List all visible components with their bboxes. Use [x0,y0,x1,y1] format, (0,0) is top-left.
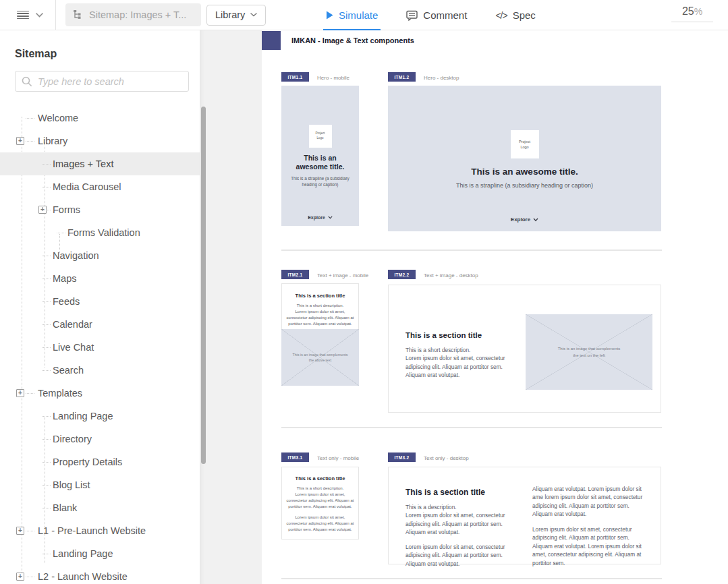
sidebar-item-templates[interactable]: +Templates [0,382,200,405]
sidebar-scrollbar[interactable] [201,107,206,464]
sidebar-item-maps[interactable]: Maps [0,267,200,290]
expand-plus-icon[interactable]: + [16,389,24,397]
wireframe-logo-placeholder: Project Logo [511,130,539,158]
tree-connector-dash [42,210,51,210]
wireframe-section-desc: This is a short description. Lorem ipsum… [405,346,524,380]
wireframe-hero-title: This is an awesome title. [471,167,578,177]
library-dropdown[interactable]: Library [206,5,266,26]
pages-menu-icon[interactable] [17,11,29,20]
design-canvas: IMKAN - Image & Text components ITM1.1 H… [262,30,728,584]
sidebar-item-feeds[interactable]: Feeds [0,290,200,313]
tab-comment[interactable]: Comment [406,0,467,30]
sidebar-item-label: Calendar [53,319,92,330]
sidebar-item-forms[interactable]: +Forms [0,198,200,221]
wireframe-hero-title: This is an awesome title. [287,154,354,171]
sitemap-tree: Welcome+LibraryImages + TextMedia Carous… [0,107,200,584]
tree-connector-dash [42,164,51,165]
tree-connector-dash [57,233,65,233]
sidebar-item-label: Search [53,365,84,376]
sidebar-item-l1-pre-launch-website[interactable]: +L1 - Pre-Launch Website [0,519,200,542]
wireframe-textonly-mobile[interactable]: This is a section title This is a short … [281,467,359,539]
canvas-gutter [200,30,262,584]
wireframe-paragraph: Aliquam erat volutpat. Lorem ipsum dolor… [532,485,648,519]
wireframe-section-title: This is a section title [282,475,358,481]
tree-connector-dash [42,462,51,463]
sitemap-icon [72,9,83,20]
search-icon [22,76,32,87]
tree-connector-dash [26,577,34,577]
wireframe-textonly-desktop[interactable]: This is a section title This is a descri… [388,467,661,564]
sidebar-item-label: Landing Page [53,411,113,421]
sidebar-item-calendar[interactable]: Calendar [0,313,200,336]
current-page-selector[interactable]: Sitemap: Images + T... [65,3,201,26]
sidebar-item-label: Library [38,136,67,146]
wireframe-explore-button[interactable]: Explore [511,216,538,223]
sidebar-item-property-details[interactable]: Property Details [0,450,200,473]
sidebar-item-images-text[interactable]: Images + Text [0,152,200,175]
wireframe-explore-button[interactable]: Explore [308,215,333,220]
mode-tabs: Simulate Comment </> Spec [326,0,536,30]
sidebar-item-navigation[interactable]: Navigation [0,244,200,267]
artboard-badge: ITM3.1 [281,452,309,462]
sidebar-title: Sitemap [15,48,57,60]
artboard-label: Text only - mobile [317,455,359,461]
tree-connector-dash [42,370,51,371]
sidebar-item-forms-validation[interactable]: Forms Validation [0,221,200,244]
sidebar-item-label: Templates [38,388,82,399]
section-divider [281,578,662,579]
expand-plus-icon[interactable]: + [16,137,24,145]
sidebar-item-landing-page[interactable]: Landing Page [0,405,200,428]
sidebar-item-blank[interactable]: Blank [0,496,200,519]
sidebar-item-label: Welcome [38,113,78,123]
sidebar-item-media-carousel[interactable]: Media Carousel [0,175,200,198]
tree-connector-dash [42,301,51,302]
current-page-label: Sitemap: Images + T... [89,9,186,20]
tree-connector-dash [42,416,51,417]
play-icon [326,11,333,20]
artboard-badge: ITM2.2 [388,270,416,279]
wireframe-paragraph: Lorem ipsum dolor sit amet, consectetur … [285,515,355,533]
tree-connector-dash [42,485,51,486]
page-title: IMKAN - Image & Text components [291,36,414,45]
zoom-unit: % [694,6,702,17]
chevron-down-icon [250,13,257,17]
search-input[interactable] [38,71,186,91]
chevron-down-icon [533,218,538,222]
tree-connector-dash [42,554,51,554]
sidebar-item-label: Blog List [53,479,90,490]
artboard-label: Text + image - desktop [424,272,478,279]
artboard-label: Hero - mobile [317,75,349,81]
chevron-down-icon[interactable] [36,13,43,18]
sidebar-item-directory[interactable]: Directory [0,428,200,450]
sitemap-sidebar: Sitemap Welcome+LibraryImages + TextMedi… [0,30,200,584]
zoom-level-input[interactable]: 25% [671,5,713,22]
sidebar-item-library[interactable]: +Library [0,129,200,152]
tree-connector-dash [42,324,51,325]
wireframe-textimage-desktop[interactable]: This is a section title This is a short … [388,285,661,413]
wireframe-section-title: This is a section title [405,331,482,339]
sidebar-item-welcome[interactable]: Welcome [0,107,200,129]
wireframe-textimage-mobile[interactable]: This is a section title This is a short … [281,283,359,386]
expand-plus-icon[interactable]: + [16,527,24,535]
tab-spec[interactable]: </> Spec [495,0,535,30]
sidebar-search [15,71,189,92]
code-icon: </> [495,10,507,21]
wireframe-paragraph: Lorem ipsum dolor sit amet, consectetur … [405,543,519,568]
artboard-label: Text + image - mobile [317,272,368,279]
sidebar-item-live-chat[interactable]: Live Chat [0,336,200,359]
tab-simulate[interactable]: Simulate [326,0,378,30]
wireframe-section-title: This is a section title [405,488,519,497]
wireframe-hero-desktop[interactable]: Project Logo This is an awesome title. T… [388,86,661,231]
sidebar-item-landing-page[interactable]: Landing Page [0,542,200,565]
sidebar-item-label: Directory [53,434,92,444]
sidebar-item-search[interactable]: Search [0,359,200,382]
wireframe-hero-mobile[interactable]: Project Logo This is an awesome title. T… [281,86,359,226]
sidebar-item-blog-list[interactable]: Blog List [0,473,200,496]
tree-connector-dash [42,347,51,348]
artboard-badge: ITM2.1 [281,270,309,279]
sidebar-item-l2-launch-website[interactable]: +L2 - Launch Website [0,565,200,584]
sidebar-item-label: Landing Page [53,548,113,559]
sidebar-item-label: Navigation [53,250,99,261]
tree-connector-dash [42,187,51,187]
expand-plus-icon[interactable]: + [16,573,24,581]
